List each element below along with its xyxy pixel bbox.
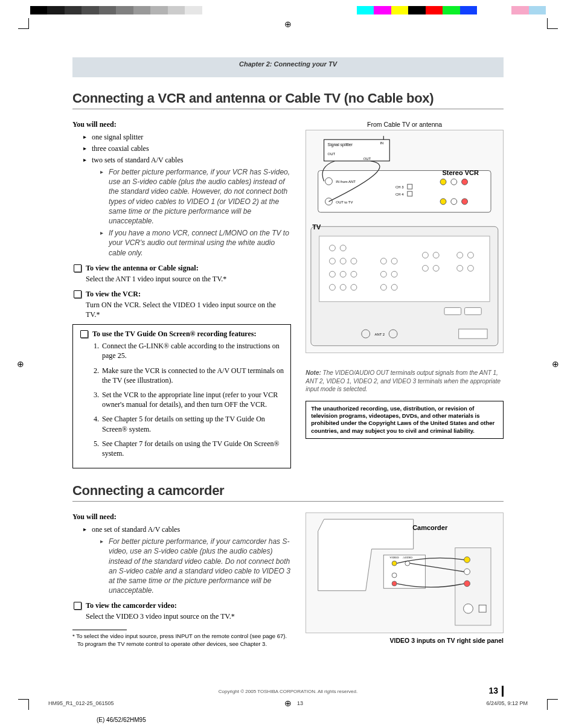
svg-rect-52 xyxy=(459,329,487,339)
svg-point-54 xyxy=(392,561,397,566)
svg-text:OUT: OUT xyxy=(328,152,336,156)
svg-point-61 xyxy=(464,557,470,563)
svg-rect-5 xyxy=(318,171,491,212)
need-item: two sets of standard A/V cables For bett… xyxy=(83,156,291,258)
svg-point-15 xyxy=(451,179,457,185)
svg-text:Signal splitter: Signal splitter xyxy=(328,142,353,147)
svg-point-62 xyxy=(464,569,470,575)
view-camcorder-body: Select the VIDEO 3 video input source on… xyxy=(72,611,291,621)
tvguide-step: See Chapter 7 for details on using the T… xyxy=(101,439,284,458)
wiring-diagram-vcr: From Cable TV or antenna Stereo VCR TV S… xyxy=(306,130,504,353)
section1-title: Connecting a VCR and antenna or Cable TV… xyxy=(72,91,504,109)
copyright-warning: The unauthorized recording, use, distrib… xyxy=(306,401,504,439)
diagram-svg: Signal splitter IN OUT OUT IN from ANT O… xyxy=(306,130,503,353)
svg-text:CH 3: CH 3 xyxy=(395,185,404,189)
svg-text:ANT 2: ANT 2 xyxy=(375,333,385,336)
view-antenna-heading: To view the antenna or Cable signal: xyxy=(72,264,291,273)
model-label: (E) 46/52/62HM95 xyxy=(97,717,146,723)
view-vcr-heading: To view the VCR: xyxy=(72,290,291,299)
copyright-line: Copyright © 2005 TOSHIBA CORPORATION. Al… xyxy=(72,689,504,694)
view-antenna-body: Select the ANT 1 video input source on t… xyxy=(72,274,291,284)
note-label: Note: xyxy=(306,369,321,376)
tip-item: For better picture performance, if your … xyxy=(100,537,291,595)
svg-rect-65 xyxy=(479,605,487,612)
svg-point-63 xyxy=(464,581,470,587)
svg-text:OUT: OUT xyxy=(363,157,371,161)
registration-mark-icon: ⊕ xyxy=(17,359,24,369)
tvguide-step: See Chapter 5 for details on setting up … xyxy=(101,414,284,433)
page-number-text: 13 xyxy=(488,686,498,695)
need-item: one signal splitter xyxy=(83,133,291,142)
diagram-camcorder-label: Camcorder xyxy=(412,524,447,531)
wiring-diagram-camcorder: Camcorder VIDEO AUDIO xyxy=(306,512,504,633)
svg-text:IN: IN xyxy=(380,141,384,145)
svg-text:IN from ANT: IN from ANT xyxy=(336,180,356,184)
needs-label: You will need: xyxy=(72,120,291,129)
tvguide-heading: To use the TV Guide On Screen® recording… xyxy=(79,330,284,339)
tip-item: For better picture performance, if your … xyxy=(100,167,291,226)
need-text: one set of standard A/V cables xyxy=(92,525,180,534)
svg-text:AUDIO: AUDIO xyxy=(403,556,412,559)
svg-point-19 xyxy=(462,199,468,205)
svg-rect-48 xyxy=(465,308,482,315)
svg-rect-53 xyxy=(384,555,426,589)
need-item: one set of standard A/V cables For bette… xyxy=(83,525,291,595)
svg-text:VIDEO: VIDEO xyxy=(389,556,399,559)
page-number-bar xyxy=(502,686,504,697)
note-text: The VIDEO/AUDIO OUT terminals output sig… xyxy=(306,369,501,392)
crop-mark xyxy=(547,18,558,29)
crop-mark xyxy=(547,699,558,710)
svg-point-58 xyxy=(392,573,397,578)
svg-rect-47 xyxy=(444,308,461,315)
footnote: * To select the video input source, pres… xyxy=(72,633,291,640)
view-vcr-body: Turn ON the VCR. Select the VIDEO 1 vide… xyxy=(72,300,291,319)
svg-point-64 xyxy=(464,604,473,613)
tvguide-step: Connect the G-LINK® cable according to t… xyxy=(101,341,284,360)
diagram-vcr-label: Stereo VCR xyxy=(442,169,479,176)
tip-item: If you have a mono VCR, connect L/MONO o… xyxy=(100,228,291,258)
diagram-source-label: From Cable TV or antenna xyxy=(367,121,442,128)
color-bar xyxy=(30,6,546,14)
footnote-line2: To program the TV remote control to oper… xyxy=(72,640,291,648)
footnote-rule xyxy=(72,630,127,630)
svg-point-18 xyxy=(451,199,457,205)
chapter-title: Chapter 2: Connecting your TV xyxy=(239,60,337,68)
tvguide-box: To use the TV Guide On Screen® recording… xyxy=(72,324,291,468)
view-camcorder-heading: To view the camcorder video: xyxy=(72,601,291,610)
print-slug: HM95_R1_012-25_061505 13 6/24/05, 9:12 P… xyxy=(48,700,528,706)
tvguide-step: Set the VCR to the appropriate line inpu… xyxy=(101,390,284,409)
page-number: 13 xyxy=(488,686,504,697)
note-block: Note: The VIDEO/AUDIO OUT terminals outp… xyxy=(306,369,504,394)
registration-mark-icon: ⊕ xyxy=(284,19,292,30)
svg-text:OUT to TV: OUT to TV xyxy=(336,200,353,204)
slug-file: HM95_R1_012-25_061505 xyxy=(48,700,114,706)
svg-point-16 xyxy=(462,179,468,185)
slug-page: 13 xyxy=(297,700,303,706)
registration-mark-icon: ⊕ xyxy=(552,359,559,369)
diagram2-svg: VIDEO AUDIO xyxy=(306,513,503,633)
diagram-tv-label: TV xyxy=(312,223,321,231)
needs-label: You will need: xyxy=(72,512,291,522)
svg-point-14 xyxy=(440,179,446,185)
tvguide-step: Make sure the VCR is connected to the A/… xyxy=(101,366,284,385)
svg-text:CH 4: CH 4 xyxy=(395,193,404,196)
svg-point-17 xyxy=(440,199,446,205)
crop-mark xyxy=(18,18,29,29)
video3-caption: VIDEO 3 inputs on TV right side panel xyxy=(306,637,504,644)
crop-mark xyxy=(18,699,29,710)
need-text: two sets of standard A/V cables xyxy=(92,156,183,164)
need-item: three coaxial cables xyxy=(83,144,291,153)
slug-date: 6/24/05, 9:12 PM xyxy=(486,700,528,706)
svg-point-59 xyxy=(392,581,397,586)
chapter-header: Chapter 2: Connecting your TV xyxy=(72,57,504,77)
section2-title: Connecting a camcorder xyxy=(72,483,504,502)
